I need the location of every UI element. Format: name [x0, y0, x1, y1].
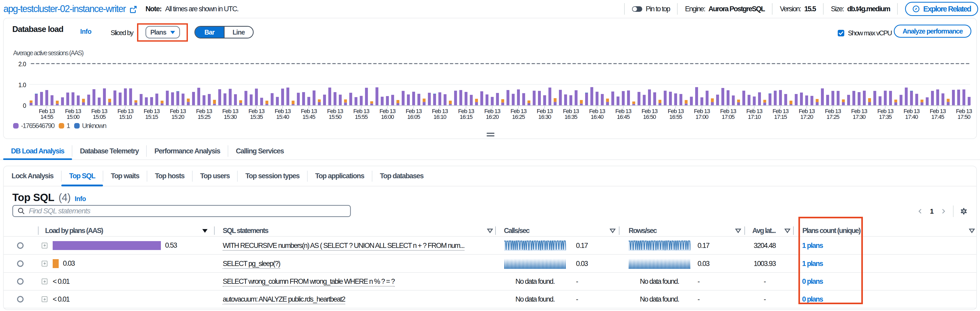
subtab-top-users[interactable]: Top users — [192, 166, 238, 186]
legend-label: Unknown — [82, 122, 106, 130]
x-tick-label: Feb 1317:50 — [956, 108, 972, 120]
filter-icon[interactable] — [735, 227, 741, 234]
analyze-performance-button[interactable]: Analyze performance — [894, 25, 971, 38]
sort-desc-icon[interactable] — [202, 227, 208, 234]
current-page[interactable]: 1 — [930, 207, 934, 216]
chart-bar-segment — [538, 91, 541, 105]
column-avg-latency[interactable]: Avg lat... — [752, 225, 776, 236]
column-plans-count[interactable]: Plans count (unique) — [802, 225, 860, 236]
chart-bar-segment — [889, 91, 892, 105]
tab-db-load-analysis[interactable]: DB Load Analysis — [3, 143, 72, 159]
row-expand-button[interactable] — [42, 296, 48, 302]
chart-bar-segment — [868, 98, 871, 102]
sql-statement-cell[interactable]: SELECT pg_sleep(?) — [223, 259, 280, 268]
subtab-top-databases[interactable]: Top databases — [372, 166, 431, 186]
row-radio-button[interactable] — [17, 242, 24, 249]
column-calls-sec[interactable]: Calls/sec — [504, 225, 529, 236]
row-expand-button[interactable] — [42, 279, 48, 284]
x-tick-label: Feb 1315:25 — [196, 108, 212, 120]
subtab-top-sql[interactable]: Top SQL — [61, 166, 103, 186]
prev-page-button[interactable] — [917, 208, 923, 214]
chart-bar-segment — [161, 101, 164, 103]
subtab-top-applications[interactable]: Top applications — [307, 166, 372, 186]
column-separator — [214, 227, 215, 235]
external-link-icon[interactable] — [129, 5, 137, 13]
sliced-by-dropdown[interactable]: Plans — [145, 26, 180, 38]
chart-bar-segment — [423, 99, 426, 102]
column-separator — [745, 227, 745, 235]
sql-text: SELECT wrong_column FROM wrong_table WHE… — [223, 278, 395, 287]
chart-bar-segment — [402, 91, 404, 105]
pin-to-top-toggle[interactable] — [632, 6, 642, 12]
x-tick-label: Feb 1316:00 — [379, 108, 396, 120]
chart-bar-segment — [30, 100, 32, 103]
load-value: < 0.01 — [52, 295, 70, 303]
legend-item[interactable]: Unknown — [74, 122, 106, 130]
chart-bar-segment — [250, 95, 253, 105]
subtab-top-waits[interactable]: Top waits — [103, 166, 147, 186]
subtab-top-hosts[interactable]: Top hosts — [147, 166, 192, 186]
filter-icon[interactable] — [609, 227, 616, 234]
subtab-top-session-types[interactable]: Top session types — [237, 166, 307, 186]
row-expand-button[interactable] — [42, 243, 48, 248]
plans-count-link[interactable]: 1 plans — [802, 259, 823, 268]
filter-icon[interactable] — [969, 227, 975, 234]
chart-bar-segment — [323, 95, 326, 105]
sql-statement-cell[interactable]: SELECT wrong_column FROM wrong_table WHE… — [223, 278, 395, 286]
sql-statement-cell[interactable]: WITH RECURSIVE numbers(n) AS ( SELECT ? … — [223, 241, 465, 249]
column-load-by-plans[interactable]: Load by plans (AAS) — [45, 225, 103, 236]
table-row[interactable]: < 0.01 SELECT wrong_column FROM wrong_ta… — [4, 272, 976, 290]
show-max-vcpu-checkbox[interactable] — [838, 30, 844, 36]
table-row[interactable]: 0.53 WITH RECURSIVE numbers(n) AS ( SELE… — [4, 236, 976, 254]
chart-bar-segment — [140, 94, 143, 105]
tab-calling-services[interactable]: Calling Services — [228, 143, 292, 159]
instance-title-link[interactable]: apg-testcluster-02-instance-writer — [3, 3, 126, 14]
chart-bar-segment — [653, 92, 656, 105]
column-sql-statements[interactable]: SQL statements — [223, 225, 268, 236]
column-rows-sec[interactable]: Rows/sec — [628, 225, 656, 236]
version-value: 15.5 — [804, 5, 816, 13]
load-bar — [52, 241, 161, 250]
db-load-chart[interactable]: 01.02.0Feb 1314:55Feb 1315:00Feb 1315:05… — [4, 55, 977, 131]
size-label: Size: — [831, 5, 844, 13]
table-row[interactable]: < 0.01 autovacuum: ANALYZE public.rds_he… — [4, 290, 976, 308]
filter-icon[interactable] — [487, 227, 493, 234]
chart-bar-segment — [313, 90, 315, 105]
plans-count-link[interactable]: 1 plans — [802, 241, 823, 249]
filter-icon[interactable] — [784, 227, 791, 234]
legend-item[interactable]: -1765646790 — [13, 122, 54, 130]
chart-bar-segment — [449, 104, 452, 105]
row-radio-button[interactable] — [17, 260, 24, 267]
database-load-info-link[interactable]: Info — [80, 28, 91, 35]
chart-resize-handle[interactable] — [487, 133, 495, 136]
chart-bar-segment — [617, 97, 619, 105]
next-page-button[interactable] — [940, 208, 946, 214]
chart-bar-segment — [674, 94, 677, 105]
plans-count-link[interactable]: 0 plans — [802, 278, 823, 286]
chart-bar-segment — [554, 98, 557, 102]
chart-bar-segment — [475, 99, 478, 102]
row-radio-button[interactable] — [17, 278, 24, 285]
row-expand-button[interactable] — [42, 261, 48, 267]
chart-bar-segment — [161, 103, 164, 105]
top-sql-info-link[interactable]: Info — [75, 195, 86, 203]
chart-type-bar-button[interactable]: Bar — [195, 27, 224, 38]
table-settings-button[interactable] — [960, 208, 967, 215]
sql-text: autovacuum: ANALYZE public.rds_heartbeat… — [223, 295, 345, 305]
tab-database-telemetry[interactable]: Database Telemetry — [72, 143, 146, 159]
explore-related-button[interactable]: Explore Related — [905, 2, 978, 16]
chart-type-line-button[interactable]: Line — [224, 27, 253, 38]
subtab-lock-analysis[interactable]: Lock Analysis — [4, 166, 61, 186]
chart-bar-segment — [601, 94, 604, 105]
row-radio-button[interactable] — [17, 296, 24, 303]
version-meta: Version: 15.5 — [780, 5, 816, 13]
chart-bar-segment — [334, 92, 336, 105]
calls-value: - — [576, 278, 578, 286]
table-row[interactable]: 0.03 SELECT pg_sleep(?) 0.03 0.03 1003.9… — [4, 254, 976, 272]
legend-item[interactable]: 1 — [59, 122, 70, 130]
search-input[interactable] — [29, 207, 346, 215]
tab-performance-analysis[interactable]: Performance Analysis — [146, 143, 228, 159]
sql-statement-cell[interactable]: autovacuum: ANALYZE public.rds_heartbeat… — [223, 295, 345, 303]
chart-bar-segment — [585, 93, 588, 93]
plans-count-link[interactable]: 0 plans — [802, 295, 823, 303]
